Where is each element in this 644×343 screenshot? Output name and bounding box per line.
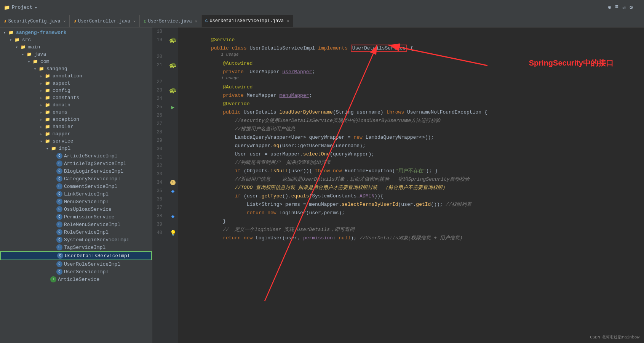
icon-settings[interactable]: ⚙: [630, 4, 633, 11]
tree-item-role-service-impl[interactable]: C RoleServiceImpl: [0, 228, 152, 236]
tree-label: constants: [53, 95, 79, 101]
tree-label: annotation: [53, 73, 82, 79]
tab-label-impl: UserDetailsServiceImpl.java: [209, 18, 283, 24]
class-icon: C: [56, 261, 62, 267]
tab-close-controller[interactable]: ✕: [133, 19, 136, 24]
folder-icon: 📁: [44, 81, 51, 86]
tree-item-enums[interactable]: ▶ 📁 enums: [0, 109, 152, 116]
main-area: ▾ 📁 sangeng-framework ▾ 📁 src ▾ 📁 main ▾…: [0, 27, 644, 343]
tree-item-aspect[interactable]: ▶ 📁 aspect: [0, 80, 152, 87]
tree-item-user-role-service-impl[interactable]: C UserRoleServiceImpl: [0, 260, 152, 268]
folder-icon: 📁: [38, 66, 45, 72]
tab-close-impl[interactable]: ✕: [287, 19, 289, 23]
tree-item-main[interactable]: ▾ 📁 main: [0, 43, 152, 51]
tree-label: TagServiceImpl: [64, 245, 105, 250]
code-line-39: // 定义一个loginUser 实现 UserDetails，即可返回: [181, 217, 644, 226]
tab-user-service[interactable]: I UserService.java ✕: [140, 15, 201, 27]
gutter-autowired-icon: 🐢: [169, 61, 177, 69]
code-lines-panel: @Service public class UserDetailsService…: [178, 27, 644, 343]
tree-item-sangeng-framework[interactable]: ▾ 📁 sangeng-framework: [0, 29, 152, 36]
tree-item-blog-login-service-impl[interactable]: C BlogLoginServiceImpl: [0, 167, 152, 175]
tree-item-sangeng[interactable]: ▾ 📁 sangeng: [0, 65, 152, 72]
tree-label: src: [22, 37, 31, 43]
class-icon: C: [56, 168, 62, 174]
tree-label: domain: [53, 102, 70, 108]
tree-item-service[interactable]: ▾ 📁 service: [0, 138, 152, 145]
tree-item-user-details-service-impl[interactable]: C UserDetailsServiceImpl: [0, 251, 152, 260]
tab-close-security[interactable]: ✕: [63, 19, 66, 24]
tree-item-user-service-impl[interactable]: C UserServiceImpl: [0, 268, 152, 276]
tree-item-mapper[interactable]: ▶ 📁 mapper: [0, 130, 152, 138]
tree-item-article-tag-service-impl[interactable]: C ArticleTagServiceImpl: [0, 160, 152, 167]
project-folder-icon: 📁: [4, 5, 10, 11]
tab-security-config[interactable]: J SecurityConfig.java ✕: [0, 15, 70, 27]
tree-item-link-service-impl[interactable]: C LinkServiceImpl: [0, 190, 152, 198]
tree-item-impl[interactable]: ▾ 📁 impl: [0, 145, 152, 152]
tree-item-system-login-service-impl[interactable]: C SystemLoginServiceImpl: [0, 236, 152, 244]
icon-add[interactable]: ⊕: [608, 4, 611, 11]
folder-icon: 📁: [44, 95, 51, 101]
tree-item-config[interactable]: ▶ 📁 config: [0, 87, 152, 94]
folder-icon: 📁: [44, 74, 51, 79]
tree-label: OssUploadService: [64, 207, 112, 212]
tree-label: ArticleService: [58, 277, 99, 282]
class-icon: C: [56, 269, 62, 275]
tree-item-exception[interactable]: ▶ 📁 exception: [0, 116, 152, 123]
tree-item-article-service-impl[interactable]: C ArticleServiceImpl: [0, 152, 152, 160]
tree-item-role-menu-service-impl[interactable]: C RoleMenuServiceImpl: [0, 221, 152, 228]
folder-icon: 📁: [26, 52, 33, 57]
gutter-debug2-icon[interactable]: ◆: [171, 213, 174, 220]
tab-label-service: UserService.java: [148, 19, 192, 24]
folder-icon: 📁: [44, 139, 51, 144]
tree-item-permission-service[interactable]: C PermissionService: [0, 213, 152, 221]
top-bar-icons: ⊕ ≡ ⇌ ⚙ —: [608, 4, 640, 11]
class-icon: C: [56, 237, 62, 243]
folder-icon: 📁: [44, 88, 51, 93]
tree-item-menu-service-impl[interactable]: C MenuServiceImpl: [0, 198, 152, 205]
tree-item-handler[interactable]: ▶ 📁 handler: [0, 123, 152, 130]
tree-item-constants[interactable]: ▶ 📁 constants: [0, 94, 152, 101]
spring-security-callout: SpringSecurity中的接口: [529, 58, 614, 68]
class-icon: C: [56, 244, 62, 250]
icon-sync[interactable]: ⇌: [622, 4, 626, 11]
tree-item-comment-service-impl[interactable]: C CommentServiceImpl: [0, 183, 152, 190]
tree-label: enums: [53, 109, 67, 115]
tree-label: impl: [59, 146, 70, 151]
tree-item-annotation[interactable]: ▶ 📁 annotation: [0, 72, 152, 80]
tree-item-com[interactable]: ▾ 📁 com: [0, 58, 152, 65]
tree-label: SystemLoginServiceImpl: [64, 237, 129, 243]
folder-icon: 📁: [50, 146, 57, 151]
tree-label: PermissionService: [64, 214, 115, 220]
class-icon: C: [56, 214, 62, 220]
icon-list[interactable]: ≡: [615, 4, 618, 11]
tree-item-src[interactable]: ▾ 📁 src: [0, 36, 152, 43]
gutter-lamp-icon[interactable]: 💡: [170, 230, 176, 236]
folder-icon: 📁: [14, 37, 21, 43]
tree-label: java: [34, 51, 46, 57]
icon-minimize[interactable]: —: [637, 4, 640, 11]
tree-label: CategoryServiceImpl: [64, 176, 120, 182]
tab-user-controller[interactable]: J UserController.java ✕: [70, 15, 139, 27]
gutter-warning-icon: !: [170, 180, 176, 185]
gutter-run-icon[interactable]: ▶: [171, 104, 174, 111]
tree-item-article-service[interactable]: I ArticleService: [0, 276, 152, 283]
tree-item-oss-upload-service[interactable]: C OssUploadService: [0, 205, 152, 213]
class-icon: C: [56, 199, 62, 205]
class-icon: C: [56, 191, 62, 197]
tree-item-tag-service-impl[interactable]: C TagServiceImpl: [0, 244, 152, 251]
tree-label: sangeng-framework: [16, 30, 67, 35]
gutter-debug-icon[interactable]: ◆: [171, 188, 174, 194]
gutter-autowired2-icon: 🐢: [169, 87, 177, 94]
tab-user-details-impl[interactable]: C UserDetailsServiceImpl.java ✕: [201, 15, 293, 27]
line-numbers-panel: 18 19 20 21 22 23 24 25 26 27 28 29 30 3…: [152, 27, 168, 343]
tab-icon-security: J: [4, 19, 6, 24]
tree-item-category-service-impl[interactable]: C CategoryServiceImpl: [0, 175, 152, 183]
tree-item-domain[interactable]: ▶ 📁 domain: [0, 101, 152, 109]
code-line-19: public class UserDetailsServiceImpl impl…: [181, 36, 644, 44]
folder-icon: 📁: [32, 59, 39, 64]
tree-item-java[interactable]: ▾ 📁 java: [0, 51, 152, 58]
tree-label: sangeng: [46, 66, 67, 72]
project-dropdown-icon[interactable]: ▾: [35, 5, 38, 11]
tab-icon-impl: C: [205, 19, 208, 23]
tab-close-service[interactable]: ✕: [195, 19, 197, 24]
